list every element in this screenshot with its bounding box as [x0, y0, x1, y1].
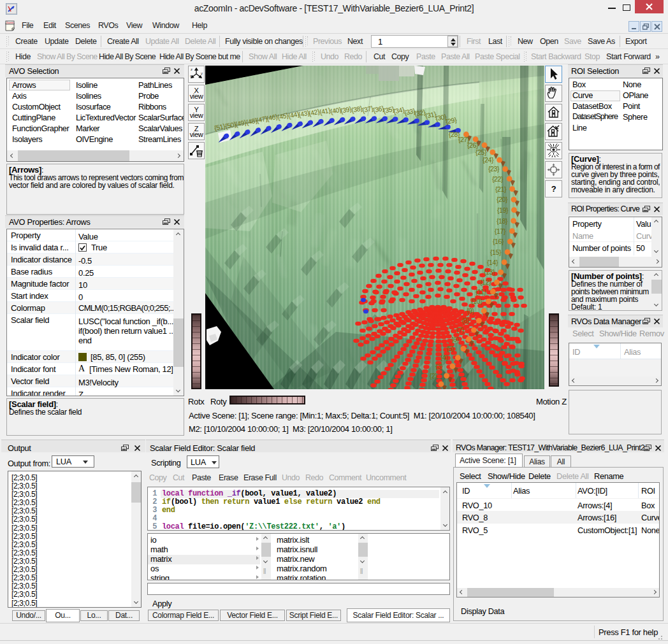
svg-text:{5}: {5} [446, 345, 454, 352]
svg-text:{7}: {7} [456, 326, 465, 334]
svg-text:{19}: {19} [497, 206, 509, 214]
svg-text:{18}: {18} [497, 217, 508, 225]
svg-text:{25}: {25} [476, 148, 487, 156]
svg-text:{10}: {10} [471, 297, 483, 305]
svg-text:{9}: {9} [467, 307, 475, 315]
svg-text:{4}: {4} [440, 354, 449, 361]
svg-text:{21}: {21} [495, 185, 507, 193]
svg-text:{13}: {13} [484, 268, 495, 276]
svg-text:{24}: {24} [483, 156, 494, 164]
svg-text:{6}: {6} [451, 336, 460, 343]
svg-text:z: z [191, 68, 192, 71]
svg-text:{8}: {8} [461, 317, 470, 324]
svg-text:{23}: {23} [488, 165, 500, 173]
svg-text:x: x [190, 74, 192, 78]
svg-text:{2}: {2} [430, 372, 438, 380]
svg-text:{11}: {11} [476, 288, 486, 296]
svg-text:{15}: {15} [490, 248, 502, 256]
svg-text:{12}: {12} [480, 278, 491, 286]
svg-text:ZoomIn: ZoomIn [6, 21, 14, 24]
svg-text:{16}: {16} [493, 238, 504, 245]
svg-text:{22}: {22} [492, 175, 504, 183]
svg-text:{20}: {20} [497, 196, 508, 203]
svg-text:{17}: {17} [495, 227, 506, 235]
svg-text:y: y [201, 71, 203, 75]
svg-text:{3}: {3} [435, 362, 444, 370]
svg-text:{14}: {14} [487, 259, 498, 266]
